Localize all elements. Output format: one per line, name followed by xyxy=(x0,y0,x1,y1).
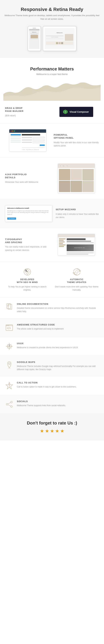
typography-mockup: RESPONSIVE DE... xyxy=(58,234,95,256)
cta-icon xyxy=(5,382,14,390)
section-performance: Performance Matters Melbourne is a super… xyxy=(0,58,104,101)
setup-mockup: Welcome to Melbourne install! Everything… xyxy=(5,205,52,222)
star-4: ★ xyxy=(55,428,59,434)
cta-description: Call to Action option is made in way to … xyxy=(17,385,76,388)
vc-icon: V xyxy=(63,109,68,114)
socials-svg-icon xyxy=(5,400,14,408)
performance-title: Performance Matters xyxy=(3,66,101,72)
ajax-description: Showcase Your work with Melbourne xyxy=(5,180,50,184)
drag-drop-image: V Visual Composer xyxy=(54,107,99,117)
star-5: ★ xyxy=(60,428,64,434)
devices-container: Melbourne Simple Working Steps Melbourne xyxy=(3,24,101,53)
typography-image: RESPONSIVE DE... xyxy=(54,234,99,256)
drag-drop-text: DRAG & DROP PAGE BUILDER ($39 value!) xyxy=(5,107,50,118)
code-title: AWESOME STRUCTURED CODE xyxy=(17,324,64,326)
section-options-panel: POWERFUL OPTIONS PANEL Modify Your site … xyxy=(0,123,104,158)
svg-point-21 xyxy=(9,325,9,326)
portfolio-mockup: All Web Print xyxy=(58,164,95,193)
socials-title: SOCIALS xyxy=(17,400,66,402)
setup-image: Welcome to Melbourne install! Everything… xyxy=(5,205,52,222)
uiux-description: Melbourne is created to provide clients … xyxy=(17,346,78,349)
docs-svg-icon xyxy=(5,303,14,311)
visual-composer-box: V Visual Composer xyxy=(59,107,93,117)
section-typography: TYPOGRAPHY AND SPACING You can easily ma… xyxy=(0,228,104,262)
uiux-text: UI/UX Melbourne is created to provide cl… xyxy=(17,342,78,349)
setup-description: It takes only 2 minutes to have Your web… xyxy=(56,212,99,219)
svg-point-20 xyxy=(8,325,8,326)
cta-svg-icon xyxy=(5,382,14,390)
maps-text: GOOGLE MAPS Melbourne Theme includes Goo… xyxy=(17,361,99,371)
section-maps: GOOGLE MAPS Melbourne Theme includes Goo… xyxy=(0,356,104,376)
seo-title: DEVELOPED WITH SEO IN MIND xyxy=(5,278,49,284)
section-docs: ONLINE DOCUMENTATION Detailed theme docu… xyxy=(0,298,104,318)
svg-line-39 xyxy=(8,405,11,406)
cta-text: CALL TO ACTION Call to Action option is … xyxy=(17,382,76,388)
device-tablet: Melbourne Layout for Speaker xyxy=(43,26,76,51)
cta-title: CALL TO ACTION xyxy=(17,382,76,384)
star-3: ★ xyxy=(50,428,54,434)
section-rate: Don't forget to rate Us :) ★ ★ ★ ★ ★ xyxy=(0,414,104,440)
responsive-title: Responsive & Retina Ready xyxy=(3,7,101,12)
docs-description: Detailed theme documentation on online s… xyxy=(17,306,99,313)
seo-icon xyxy=(23,268,32,276)
section-ajax-portfolio: AJAX PORTFOLIO DETAILS Showcase Your wor… xyxy=(0,158,104,199)
code-text: AWESOME STRUCTURED CODE The whole code i… xyxy=(17,324,64,330)
maps-title: GOOGLE MAPS xyxy=(17,361,99,363)
docs-icon xyxy=(5,303,14,311)
star-2: ★ xyxy=(45,428,49,434)
uiux-title: UI/UX xyxy=(17,342,78,345)
updates-description: Don't waste more time with updating Your… xyxy=(55,285,99,292)
responsive-description: Melbourne Theme looks good on desktop, t… xyxy=(3,14,101,21)
svg-text:↑: ↑ xyxy=(76,272,77,273)
section-cta: CALL TO ACTION Call to Action option is … xyxy=(0,376,104,395)
section-two-col: DEVELOPED WITH SEO IN MIND To help You t… xyxy=(0,262,104,298)
svg-point-36 xyxy=(6,404,8,405)
socials-text: SOCIALS Melbourne Theme supports links f… xyxy=(17,400,66,407)
socials-icon xyxy=(5,400,14,408)
section-code: AWESOME STRUCTURED CODE The whole code i… xyxy=(0,318,104,337)
updates-svg-icon: ↑ xyxy=(73,268,81,276)
code-icon xyxy=(5,324,14,332)
typography-title: TYPOGRAPHY AND SPACING xyxy=(5,238,50,244)
ajax-image: All Web Print xyxy=(54,164,99,193)
setup-text: SETUP WIZZARD It takes only 2 minutes to… xyxy=(56,208,99,219)
device-phone: Melbourne Simple Working Steps xyxy=(28,26,41,51)
seo-item: DEVELOPED WITH SEO IN MIND To help You t… xyxy=(5,268,49,292)
performance-description: Melbourne is a super fast theme xyxy=(3,73,101,76)
section-setup-wizard: SETUP WIZZARD It takes only 2 minutes to… xyxy=(0,199,104,228)
updates-title: AUTOMATIC THEME UPDATES xyxy=(55,278,99,284)
ajax-title: AJAX PORTFOLIO DETAILS xyxy=(5,173,50,179)
svg-point-19 xyxy=(7,325,7,326)
options-title: POWERFUL OPTIONS PANEL xyxy=(54,134,99,140)
options-description: Modify Your site with few clicks in our … xyxy=(54,141,99,148)
svg-point-30 xyxy=(9,363,10,364)
svg-point-34 xyxy=(9,387,10,388)
stars-container: ★ ★ ★ ★ ★ xyxy=(3,428,101,434)
star-1: ★ xyxy=(40,428,44,434)
maps-icon xyxy=(5,361,14,369)
docs-text: ONLINE DOCUMENTATION Detailed theme docu… xyxy=(17,303,99,313)
seo-svg-icon xyxy=(23,268,32,276)
socials-description: Melbourne Theme supports links from soci… xyxy=(17,404,66,407)
typo-image-text: RESPONSIVE DE... xyxy=(74,247,86,248)
code-description: The whole code is organized and easy to … xyxy=(17,327,64,330)
rate-title: Don't forget to rate Us :) xyxy=(3,420,101,426)
options-image: © 2015 - 2016 Melbourne | Melbourne xyxy=(5,129,50,152)
svg-point-35 xyxy=(11,401,12,403)
updates-item: ↑ AUTOMATIC THEME UPDATES Don't waste mo… xyxy=(55,268,99,292)
uiux-icon xyxy=(5,342,14,350)
options-text: POWERFUL OPTIONS PANEL Modify Your site … xyxy=(54,134,99,148)
section-responsive: Responsive & Retina Ready Melbourne Them… xyxy=(0,0,104,58)
svg-line-9 xyxy=(27,271,27,272)
maps-svg-icon xyxy=(5,361,14,369)
svg-line-38 xyxy=(8,402,11,404)
setup-title: SETUP WIZZARD xyxy=(56,208,99,211)
performance-chart xyxy=(3,80,101,101)
options-panel-mockup: © 2015 - 2016 Melbourne | Melbourne xyxy=(9,129,46,152)
docs-title: ONLINE DOCUMENTATION xyxy=(17,303,99,305)
uiux-svg-icon xyxy=(5,342,14,350)
drag-drop-sublabel: ($39 value!) xyxy=(5,114,50,117)
updates-icon: ↑ xyxy=(73,268,81,276)
svg-line-22 xyxy=(9,327,9,329)
section-uiux: UI/UX Melbourne is created to provide cl… xyxy=(0,337,104,356)
